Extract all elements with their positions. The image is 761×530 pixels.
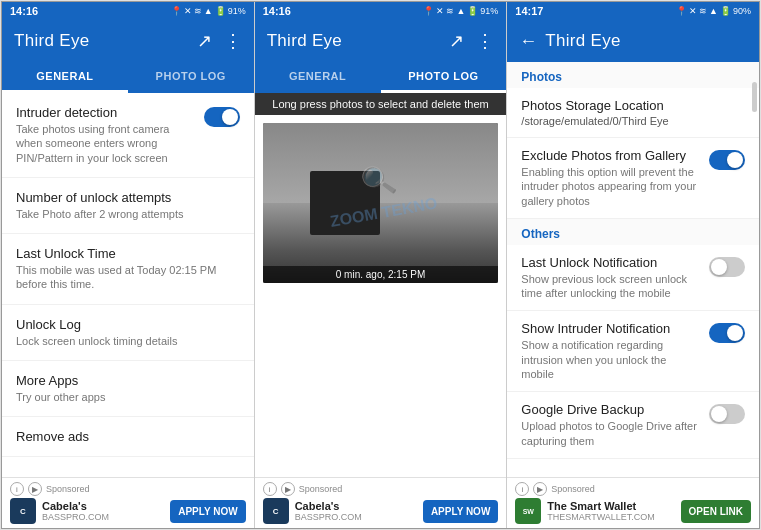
setting-title-exclude: Exclude Photos from Gallery	[521, 148, 701, 163]
setting-desc-gdrive: Upload photos to Google Drive after capt…	[521, 419, 701, 448]
battery-icon-2: 🔋	[467, 6, 478, 16]
setting-value-photos-storage: /storage/emulated/0/Third Eye	[521, 115, 745, 127]
setting-desc-more-apps: Try our other apps	[16, 390, 240, 404]
toggle-intruder-notif[interactable]	[709, 323, 745, 343]
wifi-icon-3: ≋	[699, 6, 707, 16]
share-icon-1[interactable]: ↗	[197, 30, 212, 52]
content-settings: Photos Photos Storage Location /storage/…	[507, 62, 759, 477]
ad-info-icon-3: i	[515, 482, 529, 496]
app-bar-1: Third Eye ↗ ⋮	[2, 20, 254, 62]
tab-photolog-1[interactable]: PHOTO LOG	[128, 62, 254, 93]
ad-url-2: BASSPRO.COM	[295, 512, 417, 522]
setting-last-unlock-notif: Last Unlock Notification Show previous l…	[507, 245, 759, 312]
screen-container: 14:16 📍 ✕ ≋ ▲ 🔋 91% Third Eye ↗ ⋮ GENERA…	[1, 1, 760, 529]
setting-desc-exclude: Enabling this option will prevent the in…	[521, 165, 701, 208]
share-icon-2[interactable]: ↗	[449, 30, 464, 52]
setting-desc-intruder: Take photos using front camera when some…	[16, 122, 196, 165]
toggle-gdrive[interactable]	[709, 404, 745, 424]
content-photolog: 🔍 ZOOM TEKNO 0 min. ago, 2:15 PM	[255, 115, 507, 477]
ad-sponsored-row-1: i ▶ Sponsored	[10, 482, 246, 496]
ad-logo-2: C	[263, 498, 289, 524]
ad-button-2[interactable]: APPLY NOW	[423, 500, 498, 523]
setting-title-intruder-notif: Show Intruder Notification	[521, 321, 701, 336]
photo-thumbnail[interactable]: 🔍 ZOOM TEKNO 0 min. ago, 2:15 PM	[263, 123, 499, 283]
battery-icon: 🔋	[215, 6, 226, 16]
ad-button-3[interactable]: OPEN LINK	[681, 500, 751, 523]
setting-desc-intruder-notif: Show a notification regarding intrusion …	[521, 338, 701, 381]
setting-last-unlock[interactable]: Last Unlock Time This mobile was used at…	[2, 234, 254, 305]
tab-bar-2: GENERAL PHOTO LOG	[255, 62, 507, 93]
status-bar-1: 14:16 📍 ✕ ≋ ▲ 🔋 91%	[2, 2, 254, 20]
setting-gdrive-backup: Google Drive Backup Upload photos to Goo…	[507, 392, 759, 459]
location-icon-2: 📍	[423, 6, 434, 16]
toggle-last-notif[interactable]	[709, 257, 745, 277]
ad-url-1: BASSPRO.COM	[42, 512, 164, 522]
ad-sponsored-text-3: Sponsored	[551, 484, 595, 494]
ad-play-icon-3: ▶	[533, 482, 547, 496]
ad-logo-3: SW	[515, 498, 541, 524]
status-icons-3: 📍 ✕ ≋ ▲ 🔋 90%	[676, 6, 751, 16]
photo-object	[310, 171, 381, 235]
setting-unlock-log[interactable]: Unlock Log Lock screen unlock timing det…	[2, 305, 254, 361]
toggle-exclude[interactable]	[709, 150, 745, 170]
mute-icon-3: ✕	[689, 6, 697, 16]
app-title-2: Third Eye	[267, 31, 342, 51]
ad-info-icon-2: i	[263, 482, 277, 496]
ad-info-icon-1: i	[10, 482, 24, 496]
tab-bar-1: GENERAL PHOTO LOG	[2, 62, 254, 93]
setting-desc-unlock-log: Lock screen unlock timing details	[16, 334, 240, 348]
ad-play-icon-2: ▶	[281, 482, 295, 496]
setting-photos-storage[interactable]: Photos Storage Location /storage/emulate…	[507, 88, 759, 138]
ad-name-2: Cabela's	[295, 500, 417, 512]
wifi-icon-2: ≋	[446, 6, 454, 16]
setting-desc-last-unlock: This mobile was used at Today 02:15 PM b…	[16, 263, 240, 292]
panel-photolog: 14:16 📍 ✕ ≋ ▲ 🔋 91% Third Eye ↗ ⋮ GENERA…	[255, 2, 508, 528]
photo-thumb-container: 🔍 ZOOM TEKNO 0 min. ago, 2:15 PM	[255, 115, 507, 291]
setting-title-attempts: Number of unlock attempts	[16, 190, 240, 205]
panel-general: 14:16 📍 ✕ ≋ ▲ 🔋 91% Third Eye ↗ ⋮ GENERA…	[2, 2, 255, 528]
setting-title-gdrive: Google Drive Backup	[521, 402, 701, 417]
tab-photolog-2[interactable]: PHOTO LOG	[381, 62, 507, 93]
app-bar-3: ← Third Eye	[507, 20, 759, 62]
ad-name-3: The Smart Wallet	[547, 500, 674, 512]
app-bar-icons-2: ↗ ⋮	[449, 30, 494, 52]
setting-desc-attempts: Take Photo after 2 wrong attempts	[16, 207, 240, 221]
setting-desc-last-notif: Show previous lock screen unlock time af…	[521, 272, 701, 301]
battery-pct-1: 91%	[228, 6, 246, 16]
setting-more-apps[interactable]: More Apps Try our other apps	[2, 361, 254, 417]
back-icon[interactable]: ←	[519, 31, 537, 52]
ad-content-2: C Cabela's BASSPRO.COM APPLY NOW	[263, 498, 499, 524]
wifi-icon: ≋	[194, 6, 202, 16]
app-bar-2: Third Eye ↗ ⋮	[255, 20, 507, 62]
setting-remove-ads[interactable]: Remove ads	[2, 417, 254, 457]
status-time-3: 14:17	[515, 5, 543, 17]
ad-content-1: C Cabela's BASSPRO.COM APPLY NOW	[10, 498, 246, 524]
ad-sponsored-row-3: i ▶ Sponsored	[515, 482, 751, 496]
battery-pct-3: 90%	[733, 6, 751, 16]
status-icons-1: 📍 ✕ ≋ ▲ 🔋 91%	[171, 6, 246, 16]
battery-icon-3: 🔋	[720, 6, 731, 16]
signal-icon: ▲	[204, 6, 213, 16]
menu-icon-2[interactable]: ⋮	[476, 30, 494, 52]
location-icon: 📍	[171, 6, 182, 16]
ad-sponsored-text-2: Sponsored	[299, 484, 343, 494]
menu-icon-1[interactable]: ⋮	[224, 30, 242, 52]
ad-button-1[interactable]: APPLY NOW	[170, 500, 245, 523]
ad-play-icon-1: ▶	[28, 482, 42, 496]
setting-intruder-notif: Show Intruder Notification Show a notifi…	[507, 311, 759, 392]
setting-unlock-attempts[interactable]: Number of unlock attempts Take Photo aft…	[2, 178, 254, 234]
status-time-1: 14:16	[10, 5, 38, 17]
tab-general-2[interactable]: GENERAL	[255, 62, 381, 93]
panel-settings: 14:17 📍 ✕ ≋ ▲ 🔋 90% ← Third Eye Photos P…	[507, 2, 759, 528]
ad-content-3: SW The Smart Wallet THESMARTWALLET.COM O…	[515, 498, 751, 524]
setting-title-unlock-log: Unlock Log	[16, 317, 240, 332]
status-bar-2: 14:16 📍 ✕ ≋ ▲ 🔋 91%	[255, 2, 507, 20]
tab-general-1[interactable]: GENERAL	[2, 62, 128, 93]
toggle-intruder[interactable]	[204, 107, 240, 127]
ad-url-3: THESMARTWALLET.COM	[547, 512, 674, 522]
section-header-photos: Photos	[507, 62, 759, 88]
photo-log-banner: Long press photos to select and delete t…	[255, 93, 507, 115]
ad-sponsored-row-2: i ▶ Sponsored	[263, 482, 499, 496]
ad-bar-1: i ▶ Sponsored C Cabela's BASSPRO.COM APP…	[2, 477, 254, 528]
setting-title-last-notif: Last Unlock Notification	[521, 255, 701, 270]
